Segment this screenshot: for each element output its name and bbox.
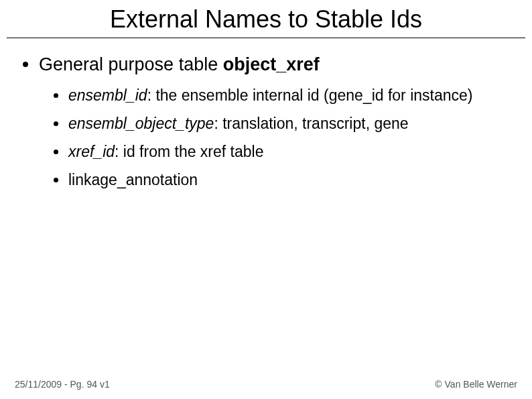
term: ensembl_object_type	[68, 115, 214, 132]
desc: : id from the xref table	[115, 143, 263, 160]
list-item: General purpose table object_xref ensemb…	[13, 53, 519, 190]
desc: : translation, transcript, gene	[214, 115, 408, 132]
slide: External Names to Stable Ids General pur…	[0, 0, 532, 399]
list-item: ensembl_id: the ensemble internal id (ge…	[39, 86, 519, 106]
intro-bold: object_xref	[223, 54, 320, 74]
term: ensembl_id	[68, 87, 147, 104]
bullet-list-level2: ensembl_id: the ensemble internal id (ge…	[39, 86, 519, 190]
list-item: xref_id: id from the xref table	[39, 142, 519, 162]
desc: : the ensemble internal id (gene_id for …	[147, 87, 473, 104]
bullet-list-level1: General purpose table object_xref ensemb…	[13, 53, 519, 190]
footer-right: © Van Belle Werner	[435, 379, 517, 390]
slide-title: External Names to Stable Ids	[7, 0, 525, 38]
list-item: linkage_annotation	[39, 170, 519, 190]
term: xref_id	[68, 143, 115, 160]
intro-text: General purpose table	[39, 54, 223, 74]
footer-left: 25/11/2009 - Pg. 94 v1	[15, 379, 110, 390]
list-item: ensembl_object_type: translation, transc…	[39, 114, 519, 134]
slide-content: General purpose table object_xref ensemb…	[0, 38, 532, 190]
desc: linkage_annotation	[68, 171, 198, 188]
